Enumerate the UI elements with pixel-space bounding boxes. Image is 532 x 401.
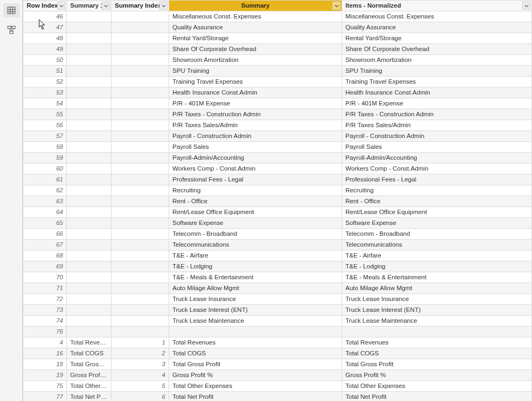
cell-row-index[interactable]: 54 bbox=[23, 98, 67, 109]
cell-summary-1[interactable] bbox=[67, 11, 112, 22]
cell-summary-1[interactable] bbox=[67, 229, 112, 240]
cell-summary-index[interactable] bbox=[112, 250, 169, 261]
cell-items-normalized[interactable]: Recruiting bbox=[342, 185, 532, 196]
cell-summary-1[interactable]: Total Other Expe bbox=[67, 381, 112, 392]
cell-row-index[interactable]: 52 bbox=[23, 77, 67, 87]
cell-row-index[interactable]: 67 bbox=[23, 240, 67, 250]
cell-summary-1[interactable] bbox=[67, 261, 112, 272]
cell-summary-index[interactable] bbox=[112, 174, 169, 185]
filter-dropdown[interactable] bbox=[332, 2, 341, 10]
cell-summary-index[interactable] bbox=[112, 87, 169, 98]
cell-summary-1[interactable] bbox=[67, 240, 112, 250]
table-row[interactable]: 71Auto Milage Allow MgmtAuto Milage Allo… bbox=[23, 283, 532, 294]
cell-summary-index[interactable] bbox=[112, 66, 169, 77]
cell-summary-index[interactable] bbox=[112, 218, 169, 229]
cell-summary[interactable]: Total Gross Profit bbox=[169, 359, 342, 370]
cell-items-normalized[interactable]: Rent/Lease Office Equipment bbox=[342, 207, 532, 218]
table-row[interactable]: 18Total Gross Profit3Total Gross ProfitT… bbox=[23, 359, 532, 370]
cell-summary[interactable]: Quality Assurance bbox=[169, 22, 342, 33]
cell-items-normalized[interactable]: Quality Assurance bbox=[342, 22, 532, 33]
cell-items-normalized[interactable]: Total Gross Profit bbox=[342, 359, 532, 370]
cell-items-normalized[interactable]: T&E - Airfare bbox=[342, 250, 532, 261]
cell-items-normalized[interactable]: Telecommunications bbox=[342, 240, 532, 250]
cell-summary[interactable]: Auto Milage Allow Mgmt bbox=[169, 283, 342, 294]
cell-summary[interactable]: Professional Fees - Legal bbox=[169, 174, 342, 185]
cell-summary[interactable]: Rent/Lease Office Equipment bbox=[169, 207, 342, 218]
cell-summary-1[interactable] bbox=[67, 250, 112, 261]
cell-row-index[interactable]: 74 bbox=[23, 316, 67, 327]
cell-items-normalized[interactable]: Health Insurance Const.Admin bbox=[342, 87, 532, 98]
col-summary-1[interactable]: Summary 1 bbox=[67, 1, 112, 11]
cell-row-index[interactable]: 62 bbox=[23, 185, 67, 196]
cell-summary-index[interactable] bbox=[112, 142, 169, 153]
cell-summary-1[interactable] bbox=[67, 316, 112, 327]
data-grid[interactable]: Row Index Summary 1 Summary Index S bbox=[23, 0, 532, 401]
cell-row-index[interactable]: 76 bbox=[23, 327, 67, 337]
cell-summary-1[interactable] bbox=[67, 218, 112, 229]
cell-summary-1[interactable] bbox=[67, 153, 112, 164]
cell-summary[interactable]: Rental Yard/Storage bbox=[169, 33, 342, 44]
cell-summary-1[interactable] bbox=[67, 142, 112, 153]
cell-summary-index[interactable] bbox=[112, 207, 169, 218]
cell-summary-index[interactable]: 3 bbox=[112, 359, 169, 370]
col-summary-index[interactable]: Summary Index bbox=[112, 1, 169, 11]
cell-items-normalized[interactable]: Total Revenues bbox=[342, 337, 532, 348]
cell-items-normalized[interactable]: Auto Milage Allow Mgmt bbox=[342, 283, 532, 294]
cell-summary-1[interactable] bbox=[67, 22, 112, 33]
col-items-normalized[interactable]: Items - Normalized bbox=[342, 1, 532, 11]
cell-summary[interactable]: Total Net Profit bbox=[169, 392, 342, 402]
cell-items-normalized[interactable]: Training Travel Expenses bbox=[342, 77, 532, 87]
cell-summary-1[interactable]: Total Revenues bbox=[67, 337, 112, 348]
table-row[interactable]: 64Rent/Lease Office EquipmentRent/Lease … bbox=[23, 207, 532, 218]
cell-summary-1[interactable]: Total Gross Profit bbox=[67, 359, 112, 370]
cell-summary-1[interactable] bbox=[67, 174, 112, 185]
cell-summary-1[interactable] bbox=[67, 305, 112, 316]
cell-summary-index[interactable] bbox=[112, 327, 169, 337]
cell-summary-1[interactable] bbox=[67, 109, 112, 120]
cell-summary-index[interactable] bbox=[112, 55, 169, 66]
cell-summary[interactable]: SPU Training bbox=[169, 66, 342, 77]
table-row[interactable]: 46Miscellaneous Const. ExpensesMiscellan… bbox=[23, 11, 532, 22]
cell-items-normalized[interactable]: Truck Lease Insurance bbox=[342, 294, 532, 305]
cell-items-normalized[interactable]: Payroll Sales bbox=[342, 142, 532, 153]
cell-summary-1[interactable] bbox=[67, 185, 112, 196]
cell-items-normalized[interactable]: SPU Training bbox=[342, 66, 532, 77]
cell-summary[interactable]: Truck Lease Insurance bbox=[169, 294, 342, 305]
cell-summary-index[interactable]: 1 bbox=[112, 337, 169, 348]
table-row[interactable]: 77Total Net Profit6Total Net ProfitTotal… bbox=[23, 392, 532, 402]
table-row[interactable]: 51SPU TrainingSPU Training bbox=[23, 66, 532, 77]
cell-summary-1[interactable] bbox=[67, 77, 112, 87]
cell-items-normalized[interactable]: T&E - Meals & Entertainment bbox=[342, 272, 532, 283]
cell-row-index[interactable]: 75 bbox=[23, 381, 67, 392]
cell-summary[interactable]: Showroom Amortization bbox=[169, 55, 342, 66]
model-view-button[interactable] bbox=[3, 23, 20, 37]
cell-summary[interactable]: P/R Taxes Sales/Admin bbox=[169, 120, 342, 131]
cell-items-normalized[interactable]: Miscellaneous Const. Expenses bbox=[342, 11, 532, 22]
cell-row-index[interactable]: 72 bbox=[23, 294, 67, 305]
table-row[interactable]: 68T&E - AirfareT&E - Airfare bbox=[23, 250, 532, 261]
cell-summary-index[interactable] bbox=[112, 11, 169, 22]
cell-row-index[interactable]: 50 bbox=[23, 55, 67, 66]
cell-items-normalized[interactable]: Gross Profit % bbox=[342, 370, 532, 381]
table-row[interactable]: 54P/R - 401M ExpenseP/R - 401M Expense bbox=[23, 98, 532, 109]
cell-row-index[interactable]: 51 bbox=[23, 66, 67, 77]
cell-summary[interactable]: Payroll-Admin/Accounting bbox=[169, 153, 342, 164]
cell-row-index[interactable]: 66 bbox=[23, 229, 67, 240]
cell-items-normalized[interactable]: Truck Lease Interest (ENT) bbox=[342, 305, 532, 316]
table-row[interactable]: 59Payroll-Admin/AccountingPayroll-Admin/… bbox=[23, 153, 532, 164]
cell-items-normalized[interactable]: T&E - Lodging bbox=[342, 261, 532, 272]
table-row[interactable]: 16Total COGS2Total COGSTotal COGS bbox=[23, 348, 532, 359]
cell-summary-1[interactable]: Gross Profit % bbox=[67, 370, 112, 381]
cell-summary-1[interactable] bbox=[67, 55, 112, 66]
cell-summary-1[interactable] bbox=[67, 98, 112, 109]
table-row[interactable]: 53Health Insurance Const.AdminHealth Ins… bbox=[23, 87, 532, 98]
cell-summary[interactable]: Recruiting bbox=[169, 185, 342, 196]
cell-summary-index[interactable] bbox=[112, 164, 169, 174]
table-row[interactable]: 76 bbox=[23, 327, 532, 337]
cell-summary[interactable] bbox=[169, 327, 342, 337]
cell-summary-1[interactable] bbox=[67, 207, 112, 218]
table-row[interactable]: 67TelecommunicationsTelecommunications bbox=[23, 240, 532, 250]
cell-summary-1[interactable]: Total Net Profit bbox=[67, 392, 112, 402]
cell-summary-1[interactable] bbox=[67, 283, 112, 294]
cell-items-normalized[interactable]: Truck Lease Maintenance bbox=[342, 316, 532, 327]
